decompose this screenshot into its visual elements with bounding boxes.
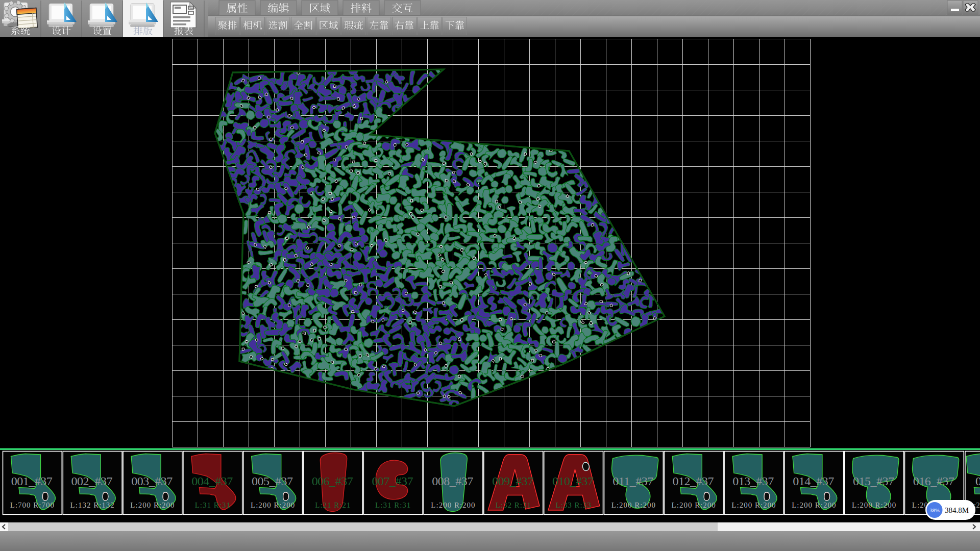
svg-text:011_#37: 011_#37 <box>612 474 653 488</box>
svg-text:L:200 R:200: L:200 R:200 <box>852 501 896 509</box>
svg-text:006_#37: 006_#37 <box>312 474 353 488</box>
svg-text:003_#37: 003_#37 <box>131 474 173 488</box>
svg-text:012_#37: 012_#37 <box>673 474 714 488</box>
svg-text:38%: 38% <box>929 508 940 513</box>
svg-text:L:33 R:33: L:33 R:33 <box>555 501 591 509</box>
svg-text:L:200 R:200: L:200 R:200 <box>431 501 475 509</box>
svg-text:384.8M: 384.8M <box>945 506 969 514</box>
svg-text:013_#37: 013_#37 <box>732 474 774 488</box>
svg-text:002_#37: 002_#37 <box>71 474 113 488</box>
svg-text:004_#37: 004_#37 <box>191 474 233 488</box>
svg-text:016_#37: 016_#37 <box>913 474 954 488</box>
svg-text:L:32 R:31: L:32 R:31 <box>496 501 531 509</box>
svg-text:L:200 R:200: L:200 R:200 <box>792 501 836 509</box>
svg-text:008_#37: 008_#37 <box>432 474 473 488</box>
svg-text:L:132 R:132: L:132 R:132 <box>70 501 115 509</box>
svg-text:010_#37: 010_#37 <box>552 474 594 488</box>
svg-text:015_#37: 015_#37 <box>853 474 894 488</box>
svg-text:001_#37: 001_#37 <box>11 474 53 488</box>
svg-text:0: 0 <box>975 474 980 488</box>
svg-text:L:200 R:200: L:200 R:200 <box>251 501 295 509</box>
svg-text:L:31 R:31: L:31 R:31 <box>375 501 411 509</box>
svg-text:007_#37: 007_#37 <box>372 474 413 488</box>
svg-text:L:200 R:200: L:200 R:200 <box>672 501 716 509</box>
svg-text:L:200 R:200: L:200 R:200 <box>130 501 175 509</box>
svg-text:L:21 R:21: L:21 R:21 <box>315 501 351 509</box>
svg-text:L:31 R:31: L:31 R:31 <box>195 501 231 509</box>
svg-text:L:200 R:200: L:200 R:200 <box>611 501 656 509</box>
svg-text:L:700 R:700: L:700 R:700 <box>10 501 55 509</box>
svg-text:005_#37: 005_#37 <box>252 474 293 488</box>
svg-text:014_#37: 014_#37 <box>793 474 834 488</box>
svg-text:L:200 R:200: L:200 R:200 <box>731 501 776 509</box>
svg-text:009_#37: 009_#37 <box>492 474 533 488</box>
